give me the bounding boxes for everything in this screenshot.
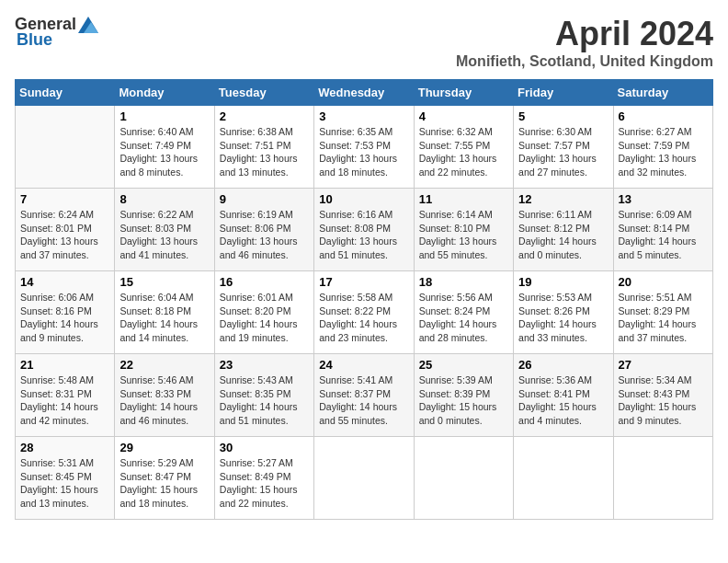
- day-info: Sunrise: 5:31 AM Sunset: 8:45 PM Dayligh…: [20, 456, 109, 511]
- calendar-week-0: 1Sunrise: 6:40 AM Sunset: 7:49 PM Daylig…: [16, 106, 713, 189]
- logo: General Blue: [15, 15, 98, 50]
- day-info: Sunrise: 5:34 AM Sunset: 8:43 PM Dayligh…: [619, 373, 708, 428]
- day-number: 28: [20, 441, 109, 454]
- day-info: Sunrise: 5:51 AM Sunset: 8:29 PM Dayligh…: [619, 291, 708, 345]
- day-header-monday: Monday: [115, 80, 214, 106]
- day-info: Sunrise: 5:29 AM Sunset: 8:47 PM Dayligh…: [119, 456, 209, 511]
- day-header-wednesday: Wednesday: [314, 80, 414, 106]
- calendar-cell: [314, 437, 414, 520]
- day-number: 12: [518, 192, 608, 206]
- day-number: 21: [20, 358, 109, 372]
- calendar-cell: 14Sunrise: 6:06 AM Sunset: 8:16 PM Dayli…: [16, 271, 115, 354]
- calendar-cell: 26Sunrise: 5:36 AM Sunset: 8:41 PM Dayli…: [514, 354, 613, 437]
- day-info: Sunrise: 6:22 AM Sunset: 8:03 PM Dayligh…: [119, 208, 209, 262]
- calendar-cell: 21Sunrise: 5:48 AM Sunset: 8:31 PM Dayli…: [16, 354, 115, 437]
- calendar-cell: [514, 437, 613, 520]
- calendar-cell: 24Sunrise: 5:41 AM Sunset: 8:37 PM Dayli…: [314, 354, 414, 437]
- day-info: Sunrise: 6:30 AM Sunset: 7:57 PM Dayligh…: [518, 125, 608, 179]
- calendar-cell: 11Sunrise: 6:14 AM Sunset: 8:10 PM Dayli…: [414, 189, 513, 271]
- day-info: Sunrise: 6:19 AM Sunset: 8:06 PM Dayligh…: [220, 208, 309, 262]
- calendar-cell: 17Sunrise: 5:58 AM Sunset: 8:22 PM Dayli…: [314, 271, 414, 354]
- calendar-cell: 28Sunrise: 5:31 AM Sunset: 8:45 PM Dayli…: [16, 437, 115, 520]
- title-section: April 2024 Monifieth, Scotland, United K…: [456, 15, 713, 70]
- calendar-cell: 4Sunrise: 6:32 AM Sunset: 7:55 PM Daylig…: [414, 106, 513, 189]
- calendar-table: SundayMondayTuesdayWednesdayThursdayFrid…: [15, 79, 713, 520]
- day-info: Sunrise: 6:35 AM Sunset: 7:53 PM Dayligh…: [319, 125, 408, 179]
- calendar-week-2: 14Sunrise: 6:06 AM Sunset: 8:16 PM Dayli…: [16, 271, 713, 354]
- day-number: 18: [419, 275, 508, 289]
- day-number: 7: [20, 192, 109, 206]
- day-header-sunday: Sunday: [16, 80, 115, 106]
- calendar-cell: [414, 437, 513, 520]
- day-info: Sunrise: 6:14 AM Sunset: 8:10 PM Dayligh…: [419, 208, 508, 262]
- day-info: Sunrise: 6:04 AM Sunset: 8:18 PM Dayligh…: [119, 291, 209, 345]
- day-number: 9: [220, 192, 309, 206]
- day-number: 10: [319, 192, 408, 206]
- calendar-cell: 20Sunrise: 5:51 AM Sunset: 8:29 PM Dayli…: [613, 271, 712, 354]
- day-number: 11: [419, 192, 508, 206]
- calendar-cell: 8Sunrise: 6:22 AM Sunset: 8:03 PM Daylig…: [115, 189, 214, 271]
- day-number: 3: [319, 109, 408, 123]
- calendar-cell: 5Sunrise: 6:30 AM Sunset: 7:57 PM Daylig…: [514, 106, 613, 189]
- calendar-cell: 6Sunrise: 6:27 AM Sunset: 7:59 PM Daylig…: [613, 106, 712, 189]
- day-header-thursday: Thursday: [414, 80, 513, 106]
- day-info: Sunrise: 6:24 AM Sunset: 8:01 PM Dayligh…: [20, 208, 109, 262]
- day-info: Sunrise: 5:41 AM Sunset: 8:37 PM Dayligh…: [319, 373, 408, 428]
- day-number: 4: [419, 109, 508, 123]
- day-info: Sunrise: 5:27 AM Sunset: 8:49 PM Dayligh…: [220, 456, 309, 511]
- day-info: Sunrise: 6:01 AM Sunset: 8:20 PM Dayligh…: [220, 291, 309, 345]
- day-number: 16: [220, 275, 309, 289]
- day-info: Sunrise: 5:46 AM Sunset: 8:33 PM Dayligh…: [119, 373, 209, 428]
- calendar-cell: 12Sunrise: 6:11 AM Sunset: 8:12 PM Dayli…: [514, 189, 613, 271]
- day-info: Sunrise: 5:43 AM Sunset: 8:35 PM Dayligh…: [220, 373, 309, 428]
- calendar-cell: 1Sunrise: 6:40 AM Sunset: 7:49 PM Daylig…: [115, 106, 214, 189]
- day-info: Sunrise: 5:58 AM Sunset: 8:22 PM Dayligh…: [319, 291, 408, 345]
- day-info: Sunrise: 6:27 AM Sunset: 7:59 PM Dayligh…: [619, 125, 708, 179]
- day-info: Sunrise: 6:09 AM Sunset: 8:14 PM Dayligh…: [619, 208, 708, 262]
- calendar-header: SundayMondayTuesdayWednesdayThursdayFrid…: [16, 80, 713, 106]
- day-number: 26: [518, 358, 608, 372]
- day-info: Sunrise: 5:36 AM Sunset: 8:41 PM Dayligh…: [518, 373, 608, 428]
- calendar-cell: 9Sunrise: 6:19 AM Sunset: 8:06 PM Daylig…: [214, 189, 313, 271]
- month-title: April 2024: [456, 15, 713, 53]
- calendar-week-3: 21Sunrise: 5:48 AM Sunset: 8:31 PM Dayli…: [16, 354, 713, 437]
- calendar-cell: 15Sunrise: 6:04 AM Sunset: 8:18 PM Dayli…: [115, 271, 214, 354]
- calendar-cell: 30Sunrise: 5:27 AM Sunset: 8:49 PM Dayli…: [214, 437, 313, 520]
- day-number: 20: [619, 275, 708, 289]
- calendar-cell: 3Sunrise: 6:35 AM Sunset: 7:53 PM Daylig…: [314, 106, 414, 189]
- day-info: Sunrise: 5:53 AM Sunset: 8:26 PM Dayligh…: [518, 291, 608, 345]
- calendar-cell: [613, 437, 712, 520]
- calendar-cell: 18Sunrise: 5:56 AM Sunset: 8:24 PM Dayli…: [414, 271, 513, 354]
- calendar-cell: 2Sunrise: 6:38 AM Sunset: 7:51 PM Daylig…: [214, 106, 313, 189]
- day-info: Sunrise: 6:32 AM Sunset: 7:55 PM Dayligh…: [419, 125, 508, 179]
- calendar-cell: 29Sunrise: 5:29 AM Sunset: 8:47 PM Dayli…: [115, 437, 214, 520]
- day-info: Sunrise: 6:40 AM Sunset: 7:49 PM Dayligh…: [119, 125, 209, 179]
- day-number: 2: [220, 109, 309, 123]
- logo-blue-text: Blue: [17, 30, 52, 50]
- day-number: 30: [220, 441, 309, 454]
- calendar-cell: 16Sunrise: 6:01 AM Sunset: 8:20 PM Dayli…: [214, 271, 313, 354]
- calendar-week-4: 28Sunrise: 5:31 AM Sunset: 8:45 PM Dayli…: [16, 437, 713, 520]
- day-number: 15: [119, 275, 209, 289]
- location: Monifieth, Scotland, United Kingdom: [456, 53, 713, 70]
- calendar-week-1: 7Sunrise: 6:24 AM Sunset: 8:01 PM Daylig…: [16, 189, 713, 271]
- calendar-cell: 27Sunrise: 5:34 AM Sunset: 8:43 PM Dayli…: [613, 354, 712, 437]
- day-info: Sunrise: 5:39 AM Sunset: 8:39 PM Dayligh…: [419, 373, 508, 428]
- day-number: 14: [20, 275, 109, 289]
- day-number: 13: [619, 192, 708, 206]
- day-number: 25: [419, 358, 508, 372]
- day-header-tuesday: Tuesday: [214, 80, 313, 106]
- day-header-row: SundayMondayTuesdayWednesdayThursdayFrid…: [16, 80, 713, 106]
- calendar-cell: [16, 106, 115, 189]
- day-info: Sunrise: 5:56 AM Sunset: 8:24 PM Dayligh…: [419, 291, 508, 345]
- day-header-saturday: Saturday: [613, 80, 712, 106]
- day-number: 17: [319, 275, 408, 289]
- calendar-cell: 10Sunrise: 6:16 AM Sunset: 8:08 PM Dayli…: [314, 189, 414, 271]
- day-number: 27: [619, 358, 708, 372]
- day-info: Sunrise: 6:16 AM Sunset: 8:08 PM Dayligh…: [319, 208, 408, 262]
- calendar-cell: 7Sunrise: 6:24 AM Sunset: 8:01 PM Daylig…: [16, 189, 115, 271]
- logo-icon: [78, 17, 98, 33]
- day-info: Sunrise: 6:06 AM Sunset: 8:16 PM Dayligh…: [20, 291, 109, 345]
- calendar-body: 1Sunrise: 6:40 AM Sunset: 7:49 PM Daylig…: [16, 106, 713, 520]
- day-number: 19: [518, 275, 608, 289]
